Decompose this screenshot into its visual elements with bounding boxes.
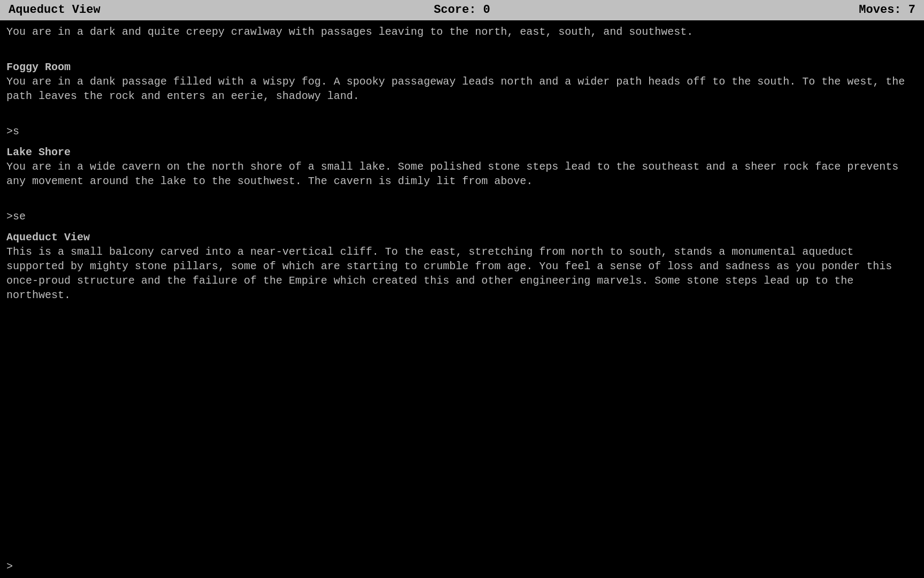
cmd2: >se [6,209,918,224]
game-text-area: You are in a dark and quite creepy crawl… [0,20,924,557]
spacer-3 [6,188,918,203]
moves-display: Moves: 7 [613,2,915,18]
room1-desc: You are in a dank passage filled with a … [6,74,918,103]
room2-desc: You are in a wide cavern on the north sh… [6,159,918,188]
header-bar: Aqueduct View Score: 0 Moves: 7 [0,0,924,20]
spacer-2 [6,103,918,118]
intro-text: You are in a dark and quite creepy crawl… [6,25,918,39]
input-prompt: > [6,559,13,574]
room1-name: Foggy Room [6,60,918,74]
spacer-1 [6,39,918,54]
command-input[interactable] [15,560,918,573]
room3-name: Aqueduct View [6,230,918,245]
input-area: > [0,557,924,578]
room2-name: Lake Shore [6,145,918,159]
cmd1: >s [6,124,918,139]
app: Aqueduct View Score: 0 Moves: 7 You are … [0,0,924,578]
room3-desc: This is a small balcony carved into a ne… [6,245,918,302]
score-display: Score: 0 [311,2,613,18]
game-title: Aqueduct View [9,2,311,18]
